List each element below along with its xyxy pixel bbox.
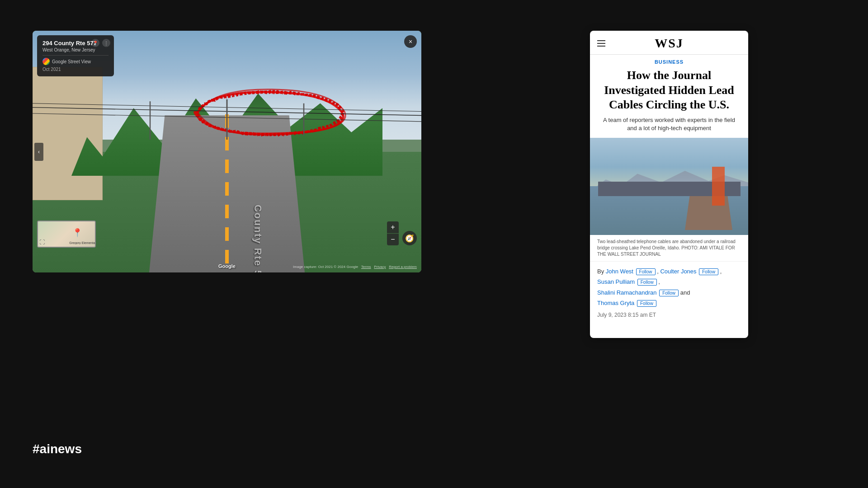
by-label: By [597,268,604,275]
compass-icon[interactable]: 🧭 [402,231,417,245]
article-subtitle: A team of reporters worked with experts … [590,116,748,138]
article-section-label: BUSINESS [590,55,748,66]
road-text: County Rte 577 [252,205,264,272]
location-pin-icon[interactable]: 📍 [91,39,99,47]
location-subtitle: West Orange, New Jersey [42,47,108,52]
separator-2: , [720,268,722,275]
follow-shalini-button[interactable]: Follow [659,290,679,296]
capture-date: Oct 2021 [42,67,108,72]
navigate-left-button[interactable]: ‹ [34,143,43,161]
wsj-logo: WSJ [655,36,684,51]
dock-element [685,196,732,230]
zoom-in-button[interactable]: + [387,221,399,233]
minimap-background: 📍 Gregory Elementary Sch... ⛶ [38,221,95,247]
road-center-line [225,114,229,272]
image-capture-info: Image capture: Oct 2021 © 2024 Google Te… [293,265,417,269]
hashtag-label: #ainews [33,442,82,456]
building-left [33,67,103,200]
close-button[interactable]: × [404,35,417,48]
and-text: and [680,289,690,296]
google-branding: Google [218,263,236,269]
zoom-out-button[interactable]: − [387,234,399,245]
info-box-icons: 📍 ⋮ [91,39,110,47]
red-circle-annotation [188,84,351,137]
minimap-label: Gregory Elementary Sch... [69,241,96,244]
article-date: July 9, 2023 8:15 am ET [590,310,748,323]
author-thomas-gryta[interactable]: Thomas Gryta [597,300,634,306]
crane-element [712,167,725,206]
author-shalini-ramachandran[interactable]: Shalini Ramachandran [597,289,657,296]
image-caption: Two lead-sheathed telephone cables are a… [590,235,748,262]
google-logo-icon [42,58,50,65]
minimap-pin-icon: 📍 [72,228,82,238]
terms-link[interactable]: Terms [361,265,371,269]
follow-susan-pulliam-button[interactable]: Follow [637,279,657,286]
separator-3: , [658,278,660,285]
article-image [590,138,748,235]
wsj-article-panel: WSJ BUSINESS How the Journal Investigate… [590,31,748,338]
author-coulter-jones[interactable]: Coulter Jones [660,268,696,275]
follow-john-west-button[interactable]: Follow [636,268,656,275]
street-view-panel: County Rte 577 294 County Rte 577 West O… [33,31,421,272]
author-susan-pulliam[interactable]: Susan Pulliam [597,278,635,285]
report-link[interactable]: Report a problem [389,265,417,269]
article-byline: By John West Follow , Coulter Jones Foll… [590,262,748,310]
privacy-link[interactable]: Privacy [374,265,386,269]
follow-thomas-gryta-button[interactable]: Follow [637,300,656,307]
zoom-controls: + − [387,221,399,245]
minimap-expand-icon[interactable]: ⛶ [39,239,45,245]
gsv-label: Google Street View [42,55,108,65]
wsj-header: WSJ [590,31,748,55]
minimap[interactable]: 📍 Gregory Elementary Sch... ⛶ [37,221,96,248]
author-john-west[interactable]: John West [606,268,633,275]
more-options-icon[interactable]: ⋮ [102,39,110,47]
hamburger-menu-button[interactable] [597,40,605,47]
article-title: How the Journal Investigated Hidden Lead… [590,66,748,116]
street-view-info-box: 294 County Rte 577 West Orange, New Jers… [37,35,114,76]
follow-coulter-jones-button[interactable]: Follow [699,268,718,275]
